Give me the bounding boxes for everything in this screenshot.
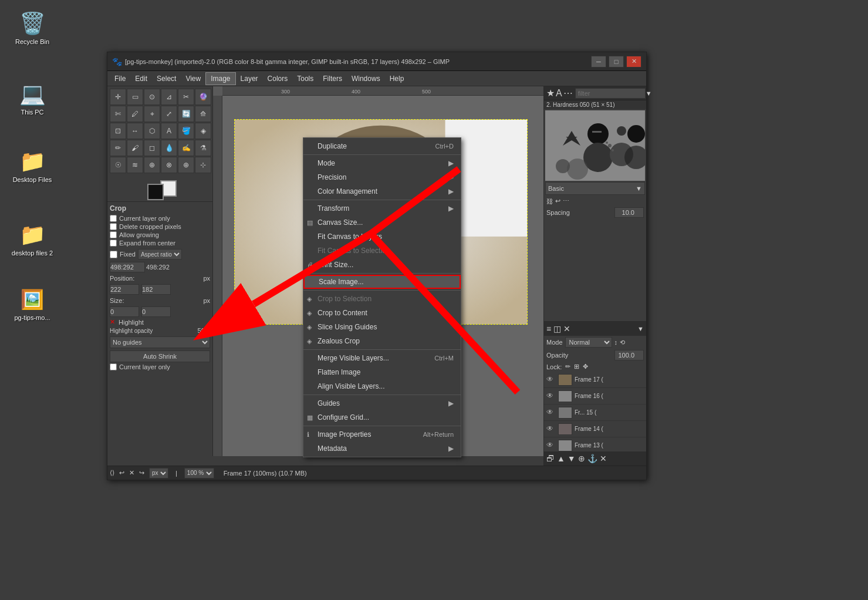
menu-item-zealous-crop[interactable]: ◈ Zealous Crop (303, 334, 461, 348)
auto-shrink-button[interactable]: Auto Shrink (110, 350, 210, 362)
tool-move[interactable]: ✛ (110, 89, 126, 105)
menu-edit[interactable]: Edit (130, 72, 152, 85)
lock-pixels-icon[interactable]: ✏ (565, 363, 570, 370)
layer-14-visibility[interactable]: 👁 (546, 424, 556, 434)
pos-y-input[interactable] (141, 284, 171, 295)
menu-item-canvas-size[interactable]: ▤ Canvas Size... (303, 215, 461, 230)
menu-colors[interactable]: Colors (263, 72, 293, 85)
mode-arrows[interactable]: ↕ (614, 339, 618, 346)
tool-ellipse-select[interactable]: ⊙ (144, 89, 160, 105)
mode-select[interactable]: Normal (565, 337, 612, 348)
tool-clone[interactable]: ⊗ (161, 157, 177, 173)
lock-position-icon[interactable]: ✥ (583, 363, 588, 370)
tool-ink[interactable]: ✍ (178, 140, 194, 156)
menu-item-configure-grid[interactable]: ▦ Configure Grid... (303, 410, 461, 424)
expand-from-center-checkbox[interactable] (110, 240, 117, 247)
tool-eraser[interactable]: ◻ (144, 140, 160, 156)
layer-row-14[interactable]: 👁 Frame 14 ( (544, 421, 646, 437)
tool-pencil[interactable]: ✏ (110, 140, 126, 156)
tool-blend[interactable]: ◈ (195, 123, 211, 139)
new-layer-icon[interactable]: 🗗 (546, 454, 555, 463)
tool-measure[interactable]: ⊹ (195, 157, 211, 173)
tool-cage[interactable]: ⬡ (144, 123, 160, 139)
layer-15-visibility[interactable]: 👁 (546, 408, 556, 417)
desktop-icon-this-pc[interactable]: 💻 This PC (9, 82, 56, 116)
menu-item-guides[interactable]: Guides ▶ (303, 396, 461, 410)
tool-flip[interactable]: ↔ (127, 123, 143, 139)
brush-filter-input[interactable] (575, 88, 646, 99)
tool-smudge[interactable]: ⚗ (195, 140, 211, 156)
status-arrows[interactable]: ⟨⟩ (110, 469, 114, 477)
layer-anchor-icon[interactable]: ⚓ (587, 454, 597, 463)
menu-item-image-properties[interactable]: ℹ Image Properties Alt+Return (303, 427, 461, 441)
fixed-checkbox[interactable] (110, 251, 117, 258)
allow-growing-checkbox[interactable] (110, 231, 117, 238)
menu-item-metadata[interactable]: Metadata ▶ (303, 441, 461, 456)
minimize-button[interactable]: ─ (591, 56, 606, 68)
tool-fuzzy-select[interactable]: ✂ (178, 89, 194, 105)
tool-blur[interactable]: ≋ (127, 157, 143, 173)
tool-rect-select[interactable]: ▭ (127, 89, 143, 105)
menu-item-color-management[interactable]: Color Management ▶ (303, 184, 461, 198)
panel-menu-icon[interactable]: ▼ (646, 90, 652, 97)
tool-bucket-fill[interactable]: 🪣 (178, 123, 194, 139)
layer-13-visibility[interactable]: 👁 (546, 441, 556, 450)
menu-help[interactable]: Help (385, 72, 409, 85)
menu-item-fit-canvas-layers[interactable]: Fit Canvas to Layers (303, 230, 461, 244)
tool-foreground-select[interactable]: 🖊 (127, 106, 143, 122)
close-button[interactable]: ✕ (626, 56, 641, 68)
tool-shear[interactable]: ⟰ (195, 106, 211, 122)
menu-item-flatten[interactable]: Flatten Image (303, 365, 461, 379)
tool-heal[interactable]: ⊕ (144, 157, 160, 173)
desktop-icon-recycle-bin[interactable]: 🗑️ Recycle Bin (9, 12, 56, 46)
maximize-button[interactable]: □ (609, 56, 624, 68)
mode-history[interactable]: ⟲ (620, 339, 625, 346)
px-select[interactable]: px (149, 468, 168, 478)
menu-select[interactable]: Select (152, 72, 181, 85)
menu-item-print-size[interactable]: 🖨 Print Size... (303, 258, 461, 272)
menu-windows[interactable]: Windows (347, 72, 385, 85)
delete-cropped-checkbox[interactable] (110, 223, 117, 230)
menu-item-transform[interactable]: Transform ▶ (303, 201, 461, 215)
desktop-icon-pg-tips[interactable]: 🖼️ pg-tips-mo... (9, 288, 56, 322)
zoom-select[interactable]: 100 % (184, 468, 214, 478)
status-redo[interactable]: ↪ (139, 469, 144, 477)
menu-item-merge-visible[interactable]: Merge Visible Layers... Ctrl+M (303, 351, 461, 365)
lock-alpha-icon[interactable]: ⊞ (574, 363, 579, 370)
layer-row-16[interactable]: 👁 Frame 16 ( (544, 388, 646, 405)
guides-select[interactable]: No guides (110, 336, 210, 348)
tool-dodge[interactable]: ☉ (110, 157, 126, 173)
status-cancel[interactable]: ✕ (129, 469, 134, 477)
dimensions-input[interactable] (110, 262, 145, 272)
tool-zoom[interactable]: ⊕ (178, 157, 194, 173)
brush-preset-selector[interactable]: Basic ▼ (545, 182, 645, 195)
tool-scale[interactable]: 🔄 (178, 106, 194, 122)
tool-perspective[interactable]: ⊡ (110, 123, 126, 139)
layer-up-icon[interactable]: ▲ (557, 454, 565, 463)
layers-menu-icon[interactable]: ▼ (637, 325, 644, 332)
menu-item-slice-guides[interactable]: ◈ Slice Using Guides (303, 320, 461, 334)
tool-color-select[interactable]: 🔮 (195, 89, 211, 105)
pos-x-input[interactable] (110, 284, 139, 295)
tool-text[interactable]: A (161, 123, 177, 139)
aspect-ratio-select[interactable]: Aspect ratio (138, 249, 182, 259)
menu-filters[interactable]: Filters (318, 72, 347, 85)
opacity-input[interactable] (614, 350, 644, 360)
layer-row-17[interactable]: 👁 Frame 17 ( (544, 372, 646, 388)
current-layer-checkbox[interactable] (110, 215, 117, 222)
tool-transform[interactable]: ⤢ (161, 106, 177, 122)
tool-free-select[interactable]: ⊿ (161, 89, 177, 105)
menu-item-scale-image[interactable]: Scale Image... (303, 275, 461, 289)
layer-dup-icon[interactable]: ⊕ (578, 454, 585, 463)
layer-17-visibility[interactable]: 👁 (546, 375, 556, 385)
size-y-input[interactable] (141, 306, 171, 317)
menu-file[interactable]: File (110, 72, 130, 85)
tool-scissors[interactable]: ✄ (110, 106, 126, 122)
desktop-icon-desktop-files[interactable]: 📁 Desktop Files (9, 150, 56, 184)
menu-item-mode[interactable]: Mode ▶ (303, 156, 461, 170)
tool-paintbrush[interactable]: 🖌 (127, 140, 143, 156)
menu-item-duplicate[interactable]: Duplicate Ctrl+D (303, 139, 461, 153)
tool-airbrush[interactable]: 💧 (161, 140, 177, 156)
menu-layer[interactable]: Layer (236, 72, 263, 85)
menu-item-align-visible[interactable]: Align Visible Layers... (303, 379, 461, 393)
